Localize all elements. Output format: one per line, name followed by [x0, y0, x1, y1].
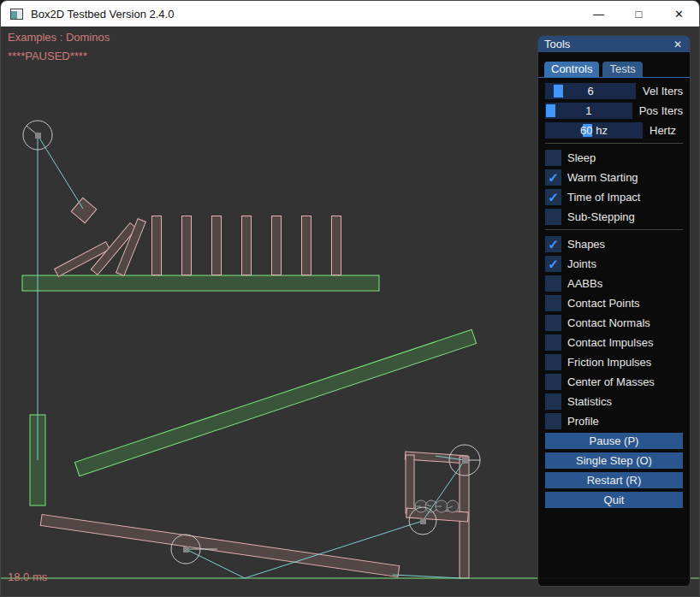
checkbox-unchecked-box[interactable]: [545, 393, 561, 410]
tab-controls[interactable]: Controls: [544, 62, 599, 77]
joint-line: [393, 575, 461, 578]
tools-panel: Tools ✕ ControlsTests 6Vel Iters1Pos Ite…: [537, 35, 691, 587]
joint-anchor-point: [35, 133, 41, 139]
body-dyn: [242, 216, 252, 275]
checkbox-unchecked-box[interactable]: [545, 354, 561, 370]
checkbox-shapes[interactable]: ✓Shapes: [545, 236, 683, 252]
app-window: Examples : Dominos ****PAUSED**** 18.0 m…: [0, 0, 700, 597]
checkbox-label: Profile: [567, 415, 599, 428]
checkbox-checked-icon[interactable]: ✓: [545, 169, 561, 186]
checkbox-time-of-impact[interactable]: ✓Time of Impact: [545, 189, 683, 205]
joint-anchor-point: [420, 518, 426, 524]
checkbox-label: Friction Impulses: [567, 356, 651, 369]
panel-close-icon[interactable]: ✕: [672, 38, 684, 50]
body-dyn: [212, 216, 222, 275]
slider-label: Hertz: [650, 124, 676, 137]
body-dyn: [406, 455, 414, 513]
body-dyn: [152, 216, 162, 275]
tab-tests[interactable]: Tests: [602, 62, 642, 77]
draw-checkbox-group: ✓Shapes✓JointsAABBsContact PointsContact…: [545, 236, 683, 429]
checkbox-center-of-masses[interactable]: Center of Masses: [545, 374, 683, 390]
slider-vel-iters[interactable]: 6: [545, 83, 636, 99]
slider-value: 6: [545, 83, 636, 99]
slider-value: 1: [545, 103, 632, 119]
body-dyn: [302, 216, 311, 275]
action-button-group: Pause (P)Single Step (O)Restart (R)Quit: [545, 433, 683, 508]
maximize-icon[interactable]: □: [619, 1, 659, 27]
titlebar: Box2D Testbed Version 2.4.0 — □ ✕: [1, 1, 699, 27]
checkbox-profile[interactable]: Profile: [545, 413, 683, 429]
tab-bar: ControlsTests: [538, 52, 690, 78]
checkbox-statistics[interactable]: Statistics: [545, 393, 683, 410]
slider-row-vel-iters: 6Vel Iters: [545, 83, 683, 99]
checkbox-label: Joints: [567, 257, 596, 270]
joint-anchor-point: [462, 458, 468, 464]
pause-p-button[interactable]: Pause (P): [545, 433, 683, 449]
single-step-o-button[interactable]: Single Step (O): [545, 452, 683, 469]
minimize-icon[interactable]: —: [578, 1, 619, 27]
frame-time-label: 18.0 ms: [8, 570, 47, 583]
ball-sleep: [447, 500, 459, 512]
checkbox-unchecked-box[interactable]: [545, 315, 561, 331]
checkbox-friction-impulses[interactable]: Friction Impulses: [545, 354, 683, 370]
checkbox-checked-icon[interactable]: ✓: [545, 256, 561, 272]
body-dyn: [332, 216, 341, 275]
checkbox-label: Contact Normals: [567, 316, 650, 329]
checkbox-checked-icon[interactable]: ✓: [545, 236, 561, 252]
checkbox-joints[interactable]: ✓Joints: [545, 256, 683, 272]
slider-pos-iters[interactable]: 1: [545, 103, 632, 119]
checkbox-unchecked-box[interactable]: [545, 150, 561, 166]
separator: [545, 143, 683, 144]
close-icon[interactable]: ✕: [659, 1, 699, 27]
joint-line: [38, 135, 83, 209]
ball-sleep: [436, 500, 448, 512]
checkbox-label: Sub-Stepping: [567, 210, 635, 223]
checkbox-label: Contact Points: [567, 297, 640, 310]
checkbox-label: Contact Impulses: [567, 336, 653, 349]
window-title: Box2D Testbed Version 2.4.0: [31, 8, 174, 21]
tools-panel-header[interactable]: Tools ✕: [538, 36, 690, 52]
checkbox-label: Statistics: [567, 395, 612, 408]
body-static: [22, 275, 379, 291]
quit-button[interactable]: Quit: [545, 492, 683, 508]
checkbox-label: AABBs: [567, 277, 602, 290]
restart-r-button[interactable]: Restart (R): [545, 472, 683, 488]
paused-banner: ****PAUSED****: [8, 50, 87, 62]
checkbox-label: Shapes: [567, 238, 605, 251]
body-dyn: [272, 216, 282, 275]
checkbox-unchecked-box[interactable]: [545, 334, 561, 351]
separator: [545, 229, 683, 230]
tools-panel-title: Tools: [544, 38, 570, 50]
slider-value: 60 hz: [545, 122, 643, 139]
checkbox-unchecked-box[interactable]: [545, 295, 561, 311]
checkbox-sub-stepping[interactable]: Sub-Stepping: [545, 209, 683, 225]
checkbox-unchecked-box[interactable]: [545, 374, 561, 390]
checkbox-label: Time of Impact: [567, 191, 640, 204]
checkbox-contact-points[interactable]: Contact Points: [545, 295, 683, 311]
tools-content: 6Vel Iters1Pos Iters60 hzHertz Sleep✓War…: [538, 78, 690, 508]
slider-hertz[interactable]: 60 hz: [545, 122, 643, 139]
body-dyn: [71, 198, 97, 223]
checkbox-label: Warm Starting: [567, 171, 638, 184]
app-icon: [10, 9, 23, 20]
slider-row-hertz: 60 hzHertz: [545, 122, 683, 139]
checkbox-sleep[interactable]: Sleep: [545, 150, 683, 166]
checkbox-contact-normals[interactable]: Contact Normals: [545, 315, 683, 331]
checkbox-warm-starting[interactable]: ✓Warm Starting: [545, 169, 683, 186]
body-dyn: [182, 216, 192, 275]
example-label: Examples : Dominos: [8, 31, 110, 44]
checkbox-unchecked-box[interactable]: [545, 275, 561, 292]
checkbox-unchecked-box[interactable]: [545, 413, 561, 429]
checkbox-contact-impulses[interactable]: Contact Impulses: [545, 334, 683, 351]
slider-label: Pos Iters: [639, 104, 683, 117]
slider-row-pos-iters: 1Pos Iters: [545, 103, 683, 119]
window-controls: — □ ✕: [578, 1, 699, 27]
checkbox-aabbs[interactable]: AABBs: [545, 275, 683, 292]
checkbox-label: Center of Masses: [567, 375, 655, 388]
solver-checkbox-group: Sleep✓Warm Starting✓Time of ImpactSub-St…: [545, 150, 683, 225]
slider-label: Vel Iters: [643, 85, 683, 98]
checkbox-checked-icon[interactable]: ✓: [545, 189, 561, 205]
joint-anchor-point: [183, 547, 189, 553]
checkbox-unchecked-box[interactable]: [545, 209, 561, 225]
checkbox-label: Sleep: [567, 151, 596, 164]
